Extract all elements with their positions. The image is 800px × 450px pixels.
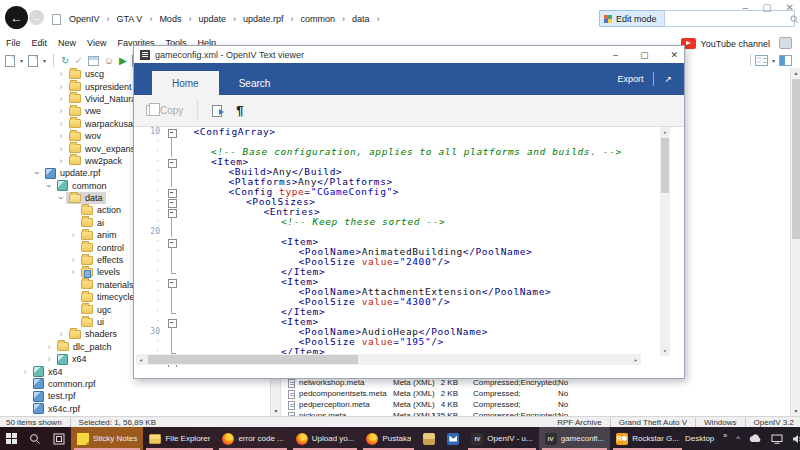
chevron-closed-icon[interactable]: ›: [56, 156, 66, 166]
tree-item-common-rpf[interactable]: common.rpf: [0, 378, 280, 390]
new-file-dropdown-icon[interactable]: ▾: [20, 57, 23, 64]
menu-edit[interactable]: Edit: [32, 38, 48, 48]
chevron-open-icon[interactable]: ›: [44, 181, 54, 191]
taskbar-search-button[interactable]: [23, 427, 47, 450]
taskbar-app-files[interactable]: [417, 427, 441, 450]
verify-icon[interactable]: ✓: [74, 54, 82, 67]
copy-button[interactable]: Copy: [146, 105, 183, 116]
scroll-down-icon[interactable]: ▾: [660, 346, 670, 356]
chevron-closed-icon[interactable]: ›: [20, 367, 30, 377]
toolbar-overflow-icon[interactable]: »: [723, 432, 727, 439]
fold-collapse-icon[interactable]: [167, 317, 177, 327]
tree-item-test-rpf[interactable]: test.rpf: [0, 390, 280, 402]
chevron-closed-icon[interactable]: ›: [56, 329, 66, 339]
show-hidden-icons-button[interactable]: ^: [736, 434, 740, 443]
tab-search[interactable]: Search: [219, 71, 291, 95]
scroll-up-icon[interactable]: ▴: [660, 127, 670, 137]
dialog-minimize-button[interactable]: –: [613, 50, 618, 60]
export-file-icon[interactable]: [212, 105, 222, 117]
back-button[interactable]: ←: [5, 6, 28, 29]
scroll-left-icon[interactable]: ◂: [136, 356, 146, 363]
fold-collapse-icon[interactable]: [167, 207, 177, 217]
taskbar-app-sticky-notes[interactable]: Sticky Notes: [71, 427, 143, 450]
chevron-open-icon[interactable]: ›: [32, 168, 42, 178]
chevron-closed-icon[interactable]: ›: [68, 230, 78, 240]
file-row[interactable]: pedcomponentsets.metaMeta (XML)2 KBCompr…: [281, 389, 800, 400]
chevron-closed-icon[interactable]: ›: [44, 354, 54, 364]
taskbar-app-openiv-u[interactable]: IVOpenIV - u...: [465, 427, 538, 450]
edit-mode-button[interactable]: Edit mode: [599, 10, 666, 27]
chevron-closed-icon[interactable]: ›: [56, 106, 66, 116]
tab-home[interactable]: Home: [152, 71, 219, 95]
network-icon[interactable]: [771, 434, 783, 444]
view-dropdown-icon[interactable]: ▾: [772, 57, 775, 64]
expand-ribbon-icon[interactable]: ↗: [664, 74, 672, 84]
file-row[interactable]: pedperception.metaMeta (XML)4 KBCompress…: [281, 400, 800, 411]
breadcrumb-item[interactable]: GTA V: [117, 14, 143, 24]
scroll-down-icon[interactable]: ▾: [791, 406, 800, 416]
file-row[interactable]: networkshop.metaMeta (XML)2 KBCompressed…: [281, 378, 800, 389]
import-dropdown-icon[interactable]: ▾: [43, 57, 46, 64]
chevron-closed-icon[interactable]: ›: [56, 94, 66, 104]
external-link-icon[interactable]: [779, 37, 792, 49]
forward-button[interactable]: →: [29, 10, 44, 25]
dialog-titlebar[interactable]: gameconfig.xml - OpenIV Text viewer – ▢ …: [134, 46, 684, 63]
breadcrumb-item[interactable]: update: [198, 14, 226, 24]
taskbar-app-pustaka[interactable]: Pustaka: [360, 427, 417, 450]
taskbar-app-gameconfi[interactable]: IVgameconfi...: [539, 427, 611, 450]
chevron-open-icon[interactable]: ›: [56, 193, 66, 203]
minimize-button[interactable]: –: [743, 2, 749, 13]
breadcrumb-item[interactable]: OpenIV: [69, 14, 100, 24]
fold-collapse-icon[interactable]: [167, 157, 177, 167]
menu-new[interactable]: New: [58, 38, 76, 48]
taskbar-app-error-code[interactable]: error code ...: [216, 427, 289, 450]
volume-icon[interactable]: [792, 434, 800, 444]
chevron-closed-icon[interactable]: ›: [56, 119, 66, 129]
chevron-closed-icon[interactable]: ›: [56, 144, 66, 154]
start-button[interactable]: [0, 427, 23, 450]
fold-collapse-icon[interactable]: [167, 127, 177, 137]
scroll-right-icon[interactable]: ▸: [631, 356, 641, 363]
new-file-icon[interactable]: [5, 55, 15, 67]
taskbar-app-mail[interactable]: [441, 427, 465, 450]
import-file-icon[interactable]: [28, 55, 38, 67]
youtube-channel-button[interactable]: YouTube channel: [681, 38, 770, 49]
tree-item-x64c-rpf[interactable]: x64c.rpf: [0, 403, 280, 415]
breadcrumb-item[interactable]: data: [352, 14, 370, 24]
chevron-closed-icon[interactable]: ›: [68, 255, 78, 265]
chevron-closed-icon[interactable]: ›: [56, 82, 66, 92]
code-editor[interactable]: 10<ConfigArray><!-- Base configuration, …: [134, 127, 684, 367]
play-icon[interactable]: ▶: [119, 54, 127, 67]
desktop-toolbar-label[interactable]: Desktop: [685, 434, 714, 443]
fold-collapse-icon[interactable]: [167, 237, 177, 247]
fold-collapse-icon[interactable]: [167, 187, 177, 197]
scroll-up-icon[interactable]: ▴: [791, 68, 800, 78]
details-view-icon[interactable]: [755, 55, 768, 66]
search-input[interactable]: [665, 14, 790, 24]
fold-collapse-icon[interactable]: [167, 197, 177, 207]
chevron-closed-icon[interactable]: ›: [44, 342, 54, 352]
taskbar-app-upload-yo[interactable]: Upload yo...: [290, 427, 361, 450]
chevron-closed-icon[interactable]: ›: [56, 69, 66, 79]
dialog-hscrollbar[interactable]: ◂ ▸: [136, 354, 641, 365]
breadcrumb-item[interactable]: Mods: [159, 14, 181, 24]
dialog-maximize-button[interactable]: ▢: [640, 50, 649, 60]
task-view-button[interactable]: [47, 427, 71, 450]
menu-file[interactable]: File: [6, 38, 21, 48]
preview-pane-icon[interactable]: [779, 55, 792, 66]
maximize-button[interactable]: ▢: [762, 2, 771, 13]
chevron-closed-icon[interactable]: ›: [68, 267, 78, 277]
chevron-closed-icon[interactable]: ›: [56, 131, 66, 141]
close-button[interactable]: ✕: [786, 2, 794, 13]
refresh-icon[interactable]: ↻: [61, 54, 69, 67]
breadcrumb-item[interactable]: update.rpf: [243, 14, 284, 24]
menu-view[interactable]: View: [87, 38, 106, 48]
pilcrow-icon[interactable]: ¶: [236, 103, 243, 118]
fold-collapse-icon[interactable]: [167, 277, 177, 287]
user-icon[interactable]: ☺: [104, 54, 114, 67]
filelist-scrollbar[interactable]: ▴ ▾: [790, 68, 800, 416]
export-button[interactable]: Export: [617, 74, 643, 84]
onedrive-icon[interactable]: [749, 434, 762, 444]
taskbar-app-rockstar-g[interactable]: R✱Rockstar G...: [610, 427, 685, 450]
taskbar-app-file-explorer[interactable]: File Explorer: [143, 427, 216, 450]
